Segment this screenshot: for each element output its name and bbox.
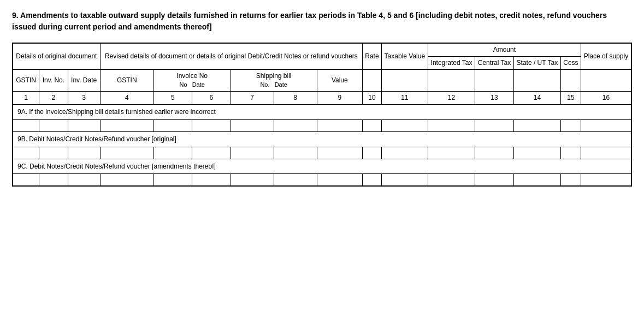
col-state-ut-tax (513, 69, 560, 92)
9c-col-9[interactable] (317, 174, 362, 186)
9b-col-7[interactable] (231, 147, 274, 159)
col-invoice: Invoice No No Date (153, 69, 231, 92)
9c-col-8[interactable] (274, 174, 317, 186)
col-taxable-value (381, 69, 428, 92)
9c-col-14[interactable] (513, 174, 560, 186)
9b-col-6[interactable] (192, 147, 231, 159)
9b-col-3[interactable] (68, 147, 100, 159)
9a-col-13[interactable] (475, 119, 514, 131)
col-rate (362, 69, 381, 92)
cess-header: Cess (560, 56, 581, 69)
9a-col-10[interactable] (362, 119, 381, 131)
9c-col-4[interactable] (100, 174, 153, 186)
col-central-tax (475, 69, 514, 92)
9b-col-16[interactable] (581, 147, 631, 159)
rate-header: Rate (362, 44, 381, 70)
section-9c-data-row[interactable] (13, 174, 631, 186)
9a-col-7[interactable] (231, 119, 274, 131)
col-shipping-bill: Shipping bill No. Date (231, 69, 317, 92)
9b-col-8[interactable] (274, 147, 317, 159)
num-3: 3 (68, 92, 100, 105)
num-4: 4 (100, 92, 153, 105)
9b-col-2[interactable] (39, 147, 68, 159)
9a-col-8[interactable] (274, 119, 317, 131)
9c-col-15[interactable] (560, 174, 581, 186)
9a-col-15[interactable] (560, 119, 581, 131)
9c-col-10[interactable] (362, 174, 381, 186)
9c-col-11[interactable] (381, 174, 428, 186)
central-tax-header: Central Tax (475, 56, 514, 69)
9c-col-13[interactable] (475, 174, 514, 186)
section-9c-label: 9C. Debit Notes/Credit Notes/Refund vouc… (13, 159, 631, 174)
9c-col-1[interactable] (13, 174, 39, 186)
9b-col-13[interactable] (475, 147, 514, 159)
main-table: Details of original document Revised det… (13, 43, 631, 186)
9a-col-14[interactable] (513, 119, 560, 131)
section-9a-label: 9A. If the invoice/Shipping bill details… (13, 104, 631, 119)
section-9a-label-row: 9A. If the invoice/Shipping bill details… (13, 104, 631, 119)
9a-col-12[interactable] (428, 119, 475, 131)
9c-col-12[interactable] (428, 174, 475, 186)
main-table-wrapper: Details of original document Revised det… (12, 43, 632, 187)
9c-col-6[interactable] (192, 174, 231, 186)
num-12: 12 (428, 92, 475, 105)
amount-header: Amount (428, 44, 581, 57)
9c-col-16[interactable] (581, 174, 631, 186)
section-9c-label-row: 9C. Debit Notes/Credit Notes/Refund vouc… (13, 159, 631, 174)
num-8: 8 (274, 92, 317, 105)
integrated-tax-header: Integrated Tax (428, 56, 475, 69)
9b-col-5[interactable] (153, 147, 192, 159)
num-10: 10 (362, 92, 381, 105)
9b-col-15[interactable] (560, 147, 581, 159)
9a-col-11[interactable] (381, 119, 428, 131)
taxable-value-header: Taxable Value (381, 44, 428, 70)
section-9b-data-row[interactable] (13, 147, 631, 159)
number-row: 1 2 3 4 5 6 7 8 9 10 11 12 13 14 15 16 (13, 92, 631, 105)
original-doc-header: Details of original document (13, 44, 101, 70)
col-integrated-tax (428, 69, 475, 92)
header-row-1: Details of original document Revised det… (13, 44, 631, 57)
9b-col-11[interactable] (381, 147, 428, 159)
9c-col-2[interactable] (39, 174, 68, 186)
9c-col-3[interactable] (68, 174, 100, 186)
9a-col-2[interactable] (39, 119, 68, 131)
page-heading: 9. Amendments to taxable outward supply … (12, 10, 632, 33)
num-11: 11 (381, 92, 428, 105)
9a-col-9[interactable] (317, 119, 362, 131)
num-13: 13 (475, 92, 514, 105)
9a-col-6[interactable] (192, 119, 231, 131)
col-cess (560, 69, 581, 92)
9c-col-7[interactable] (231, 174, 274, 186)
state-ut-tax-header: State / UT Tax (513, 56, 560, 69)
9b-col-14[interactable] (513, 147, 560, 159)
col-gstin: GSTIN (13, 69, 39, 92)
col-value: Value (317, 69, 362, 92)
9a-col-16[interactable] (581, 119, 631, 131)
section-9b-label-row: 9B. Debit Notes/Credit Notes/Refund vouc… (13, 131, 631, 147)
num-2: 2 (39, 92, 68, 105)
9a-col-4[interactable] (100, 119, 153, 131)
9a-col-5[interactable] (153, 119, 192, 131)
col-gstin2: GSTIN (100, 69, 153, 92)
col-place-of-supply (581, 69, 631, 92)
9b-col-12[interactable] (428, 147, 475, 159)
9b-col-10[interactable] (362, 147, 381, 159)
num-14: 14 (513, 92, 560, 105)
col-inv-date: Inv. Date (68, 69, 100, 92)
9c-col-5[interactable] (153, 174, 192, 186)
9a-col-3[interactable] (68, 119, 100, 131)
9b-col-1[interactable] (13, 147, 39, 159)
place-of-supply-header: Place of supply (581, 44, 631, 70)
9b-col-4[interactable] (100, 147, 153, 159)
num-15: 15 (560, 92, 581, 105)
col-inv-no: Inv. No. (39, 69, 68, 92)
num-7: 7 (231, 92, 274, 105)
9b-col-9[interactable] (317, 147, 362, 159)
column-names-row: GSTIN Inv. No. Inv. Date GSTIN Invoice N… (13, 69, 631, 92)
revised-details-header: Revised details of document or details o… (100, 44, 362, 70)
num-1: 1 (13, 92, 39, 105)
section-9a-data-row[interactable] (13, 119, 631, 131)
9a-col-1[interactable] (13, 119, 39, 131)
num-6: 6 (192, 92, 231, 105)
num-5: 5 (153, 92, 192, 105)
